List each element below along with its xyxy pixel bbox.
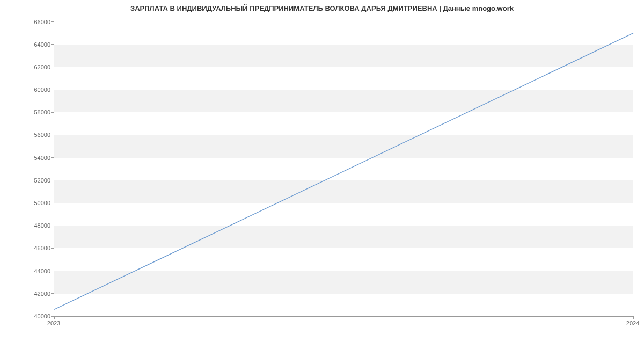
y-tick-label: 56000 [34,132,50,138]
y-tick [51,90,54,90]
y-tick [51,67,54,67]
y-tick-label: 40000 [34,313,50,319]
y-tick [51,44,54,45]
y-tick-label: 50000 [34,200,50,206]
y-tick [51,248,54,249]
y-tick [51,226,54,226]
x-tick [633,316,634,319]
y-tick-label: 62000 [34,64,50,70]
y-tick-label: 66000 [34,19,50,25]
line-layer [54,16,633,316]
plot-area [54,16,633,317]
y-tick-label: 64000 [34,41,50,48]
y-tick-label: 60000 [34,86,50,93]
y-tick-label: 48000 [34,222,50,229]
y-tick-label: 42000 [34,290,50,297]
x-tick [54,316,55,319]
y-tick [51,203,54,203]
y-tick [51,271,54,271]
y-tick-label: 44000 [34,268,50,274]
series-line [54,33,633,310]
y-tick-label: 58000 [34,109,50,115]
y-tick [51,180,54,180]
y-tick [51,135,54,135]
y-tick [51,112,54,113]
y-tick [51,293,54,294]
x-tick-label: 2023 [47,320,60,326]
y-tick-label: 46000 [34,245,50,251]
x-tick-label: 2024 [626,320,639,326]
y-tick [51,21,54,22]
y-tick [51,157,54,158]
chart-title: ЗАРПЛАТА В ИНДИВИДУАЛЬНЫЙ ПРЕДПРИНИМАТЕЛ… [0,4,644,12]
salary-line-chart: ЗАРПЛАТА В ИНДИВИДУАЛЬНЫЙ ПРЕДПРИНИМАТЕЛ… [0,0,644,349]
y-tick-label: 52000 [34,177,50,184]
y-tick-label: 54000 [34,155,50,161]
